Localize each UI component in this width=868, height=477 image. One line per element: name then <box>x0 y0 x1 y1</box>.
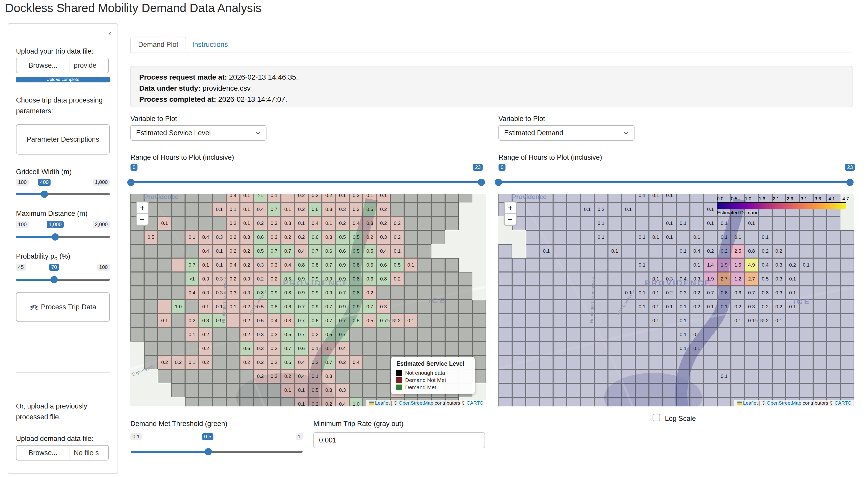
sidebar-collapse-icon[interactable]: ‹ <box>103 29 111 38</box>
grid-cell: 0.1 <box>635 286 649 300</box>
grid-cell: 0.8 <box>349 258 363 272</box>
grid-cell <box>635 244 649 258</box>
grid-cell: 0.7 <box>281 342 294 355</box>
grid-cell <box>553 244 567 258</box>
grid-cell <box>390 194 404 202</box>
grid-cell <box>512 244 526 258</box>
grid-cell: 0.3 <box>336 202 349 216</box>
trip-browse-button[interactable]: Browse... <box>16 58 70 73</box>
grid-cell <box>144 314 158 328</box>
grid-cell <box>212 328 226 342</box>
threshold-max: 1 <box>296 433 303 440</box>
ice-label: ICE <box>428 296 446 305</box>
grid-cell <box>459 272 472 286</box>
grid-cell <box>567 355 580 369</box>
grid-cell <box>185 202 199 216</box>
parameter-descriptions-button[interactable]: Parameter Descriptions <box>16 124 110 155</box>
grid-cell <box>800 314 813 328</box>
zoom-in-button[interactable]: + <box>505 202 516 213</box>
grid-cell: 0.2 <box>594 202 608 216</box>
grid-cell <box>800 328 813 342</box>
grid-cell <box>445 286 459 300</box>
grid-cell <box>226 328 240 342</box>
right-variable-select[interactable]: Estimated Demand <box>498 125 634 140</box>
prob-slider-handle[interactable] <box>51 276 58 283</box>
gridcell-slider-handle[interactable] <box>41 191 48 198</box>
leaflet-link[interactable]: Leaflet <box>743 400 758 406</box>
grid-cell: 0.2 <box>376 202 390 216</box>
grid-cell: 0.1 <box>185 355 199 369</box>
osm-link[interactable]: OpenStreetMap <box>767 400 801 406</box>
grid-cell: 0.5 <box>390 258 404 272</box>
grid-cell <box>418 216 431 230</box>
grid-cell: 0.3 <box>199 272 212 286</box>
carto-link[interactable]: CARTO <box>466 400 484 406</box>
grid-cell <box>418 258 431 272</box>
gridcell-width-slider[interactable] <box>16 193 110 195</box>
leaflet-link[interactable]: Leaflet <box>375 400 390 406</box>
right-hours-max: 23 <box>845 164 855 171</box>
left-variable-select[interactable]: Estimated Service Level <box>130 125 267 140</box>
zoom-out-button[interactable]: − <box>136 213 148 225</box>
grid-cell <box>512 342 526 355</box>
grid-cell: 0.2 <box>267 272 281 286</box>
estimated-demand-map[interactable]: 0.10.10.10.10.20.10.10.10.10.10.10.10.10… <box>498 194 854 407</box>
service-level-map[interactable]: 0.40.1>10.10.20.20.20.10.30.10.10.10.10.… <box>130 194 486 407</box>
grid-cell: 0.2 <box>172 355 185 369</box>
grid-cell <box>676 369 690 383</box>
zoom-in-button[interactable]: + <box>136 202 148 213</box>
grid-cell <box>431 258 445 272</box>
grid-cell <box>786 244 800 258</box>
min-trip-rate-input[interactable]: 0.001 <box>313 432 485 448</box>
grid-cell <box>608 272 622 286</box>
grid-cell: 0.4 <box>281 258 294 272</box>
grid-cell <box>800 216 813 230</box>
grid-cell <box>498 300 512 314</box>
grid-cell <box>676 230 690 244</box>
grid-cell: 0.1 <box>199 300 212 314</box>
ukraine-flag-icon <box>369 402 374 405</box>
grid-cell <box>349 383 363 397</box>
maxdist-slider-handle[interactable] <box>52 233 59 241</box>
grid-cell <box>404 216 418 230</box>
tab-instructions[interactable]: Instructions <box>185 37 235 53</box>
grid-cell: 1.0 <box>349 397 363 407</box>
grid-cell: 0.7 <box>294 300 308 314</box>
right-hours-handle-end[interactable] <box>846 179 854 186</box>
threshold-slider-handle[interactable] <box>205 448 212 455</box>
grid-cell <box>580 328 594 342</box>
grid-cell <box>459 202 472 216</box>
left-hours-handle-end[interactable] <box>478 179 485 186</box>
grid-cell: 0.1 <box>376 194 390 202</box>
log-scale-checkbox[interactable] <box>653 414 660 421</box>
grid-cell <box>772 369 786 383</box>
carto-link[interactable]: CARTO <box>835 400 851 406</box>
zoom-out-button[interactable]: − <box>505 213 516 225</box>
grid-cell: 0.1 <box>800 258 813 272</box>
tab-demand-plot[interactable]: Demand Plot <box>130 37 186 53</box>
osm-link[interactable]: OpenStreetMap <box>399 400 433 406</box>
right-hours-handle-start[interactable] <box>495 179 502 186</box>
grid-cell <box>404 286 418 300</box>
grid-cell <box>172 230 185 244</box>
grid-cell <box>827 314 840 328</box>
grid-cell: 0.8 <box>294 258 308 272</box>
left-hours-handle-start[interactable] <box>127 179 134 186</box>
threshold-slider[interactable] <box>131 451 303 453</box>
grid-cell: 0.3 <box>676 286 690 300</box>
grid-cell: 0.2 <box>772 300 786 314</box>
grid-cell <box>813 314 827 328</box>
demand-browse-button[interactable]: Browse... <box>16 445 70 460</box>
grid-cell <box>539 397 553 407</box>
grid-cell: 0.7 <box>322 258 336 272</box>
process-trip-data-button[interactable]: Process Trip Data <box>16 292 110 322</box>
probability-slider[interactable] <box>16 279 110 281</box>
right-hours-slider[interactable] <box>498 181 850 183</box>
grid-cell: 0.4 <box>308 216 322 230</box>
grid-cell <box>553 230 567 244</box>
left-hours-slider[interactable] <box>131 181 482 183</box>
grid-cell <box>459 300 472 314</box>
grid-cell <box>185 342 199 355</box>
grid-cell: 0.2 <box>717 244 731 258</box>
max-distance-slider[interactable] <box>16 236 110 238</box>
